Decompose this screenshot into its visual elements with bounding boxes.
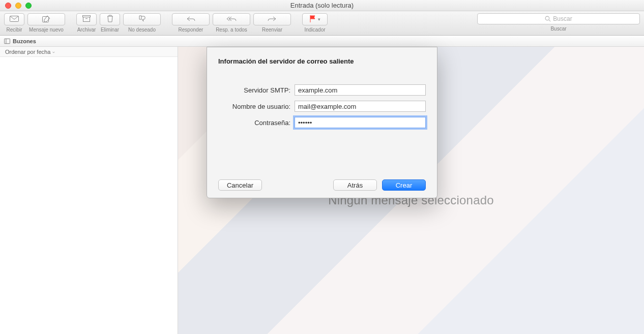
svg-line-6 [549,20,550,21]
archive-icon [82,15,91,23]
envelope-icon [10,15,19,23]
reply-all-label: Resp. a todos [216,27,247,33]
smtp-server-dialog: Información del servidor de correo salie… [207,47,437,198]
chevron-down-icon: ▾ [318,17,320,22]
flag-icon [310,15,316,24]
new-message-label: Mensaje nuevo [29,27,64,33]
reply-all-button[interactable] [213,13,250,25]
favorites-bar: Buzones [0,36,644,47]
mailboxes-label: Buzones [13,38,36,44]
search-input[interactable]: Buscar [477,13,640,24]
smtp-form: Servidor SMTP: Nombre de usuario: Contra… [218,84,426,128]
search-placeholder: Buscar [553,15,572,22]
forward-button[interactable] [253,13,291,25]
toolbar: Recibir Mensaje nuevo Archivar Eliminar [0,11,644,36]
smtp-server-label: Servidor SMTP: [218,86,295,94]
svg-point-5 [545,16,549,20]
get-mail-button[interactable] [4,13,24,25]
back-button[interactable]: Atrás [333,179,377,191]
reply-label: Responder [179,27,203,33]
compose-icon [42,15,50,24]
junk-label: No deseado [128,27,156,33]
sort-label: Ordenar por fecha [5,49,50,55]
username-label: Nombre de usuario: [218,103,295,110]
cancel-button[interactable]: Cancelar [218,179,262,191]
reply-icon [186,15,195,23]
window-title: Entrada (solo lectura) [0,2,644,9]
flag-label: Indicador [304,27,325,33]
svg-rect-3 [83,17,90,22]
password-field[interactable] [295,117,426,128]
archive-label: Archivar [77,27,96,33]
archive-button[interactable] [76,13,97,25]
dialog-title: Información del servidor de correo salie… [218,57,426,65]
svg-rect-7 [4,39,10,43]
delete-label: Eliminar [101,27,119,33]
create-button[interactable]: Crear [382,179,426,191]
window-titlebar: Entrada (solo lectura) [0,0,644,11]
svg-rect-1 [43,16,49,22]
chevron-down-icon: ⌵ [52,49,55,54]
sidebar-icon [4,38,10,44]
trash-icon [107,15,113,24]
search-label: Buscar [550,26,566,32]
junk-button[interactable] [123,13,161,25]
reply-button[interactable] [172,13,210,25]
reply-all-icon [226,15,237,23]
dialog-footer: Cancelar Atrás Crear [218,179,426,191]
search-icon [545,16,551,22]
flag-button[interactable]: ▾ [302,13,328,25]
get-mail-label: Recibir [6,27,22,33]
smtp-server-field[interactable] [295,84,426,96]
thumbs-down-icon [138,15,146,24]
new-message-button[interactable] [27,13,65,25]
username-field[interactable] [295,101,426,112]
sort-dropdown[interactable]: Ordenar por fecha ⌵ [0,47,178,57]
message-list-pane: Ordenar por fecha ⌵ [0,47,178,334]
mailboxes-button[interactable]: Buzones [4,38,36,44]
password-label: Contraseña: [218,119,295,127]
forward-label: Reenviar [262,27,282,33]
forward-icon [268,15,277,23]
delete-button[interactable] [100,13,120,25]
